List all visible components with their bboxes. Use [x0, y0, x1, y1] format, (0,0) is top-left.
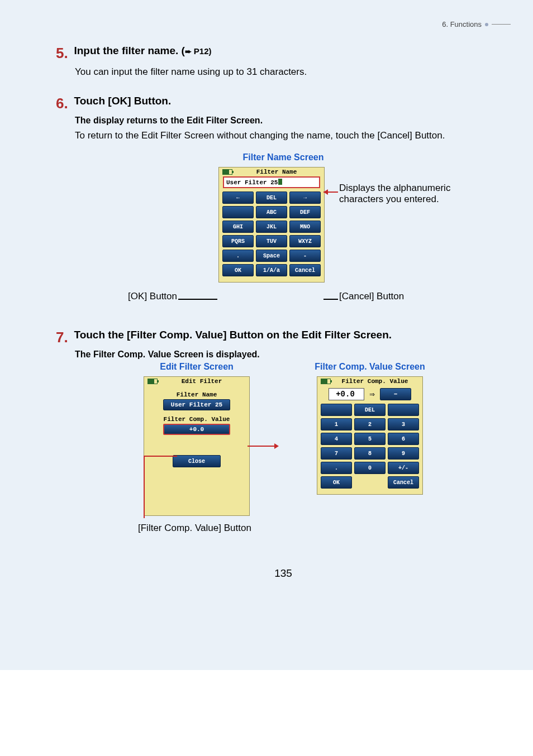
- fig1-cancel-leader-line: [323, 299, 338, 300]
- panel-title: Filter Name: [232, 169, 321, 175]
- right-arrow-icon: ➨: [185, 47, 194, 56]
- alpha-keypad: ← DEL → ABC DEF GHI JKL MNO: [222, 192, 321, 279]
- battery-icon: [147, 379, 158, 384]
- fig2a-below-annotation: [Filter Comp. Value] Button: [138, 523, 251, 534]
- key-right[interactable]: →: [289, 192, 321, 204]
- fig1-caption: Filter Name Screen: [56, 152, 511, 162]
- fig1-field-leader-line: [323, 192, 338, 193]
- header-dot-icon: [485, 23, 488, 26]
- page-header: 6. Functions: [442, 20, 511, 28]
- key-jkl[interactable]: JKL: [256, 221, 287, 233]
- panel-title: Filter Comp. Value: [331, 378, 419, 385]
- fig2-transition-arrow-icon: [248, 446, 278, 447]
- key-left[interactable]: ←: [222, 192, 254, 204]
- key-7[interactable]: 7: [321, 447, 352, 460]
- step-6-title: Touch [OK] Button.: [74, 95, 171, 107]
- key-6[interactable]: 6: [388, 433, 419, 445]
- key-dash[interactable]: -: [289, 250, 321, 262]
- fig1-ok-leader-line: [178, 299, 217, 300]
- key-blank2[interactable]: [388, 404, 419, 416]
- key-del[interactable]: DEL: [256, 192, 287, 204]
- fig1-field-annotation: Displays the alphanumeric characters you…: [339, 183, 484, 205]
- step-6-body: To return to the Edit Filter Screen with…: [75, 129, 511, 143]
- display-aux: –: [380, 388, 411, 400]
- key-mno[interactable]: MNO: [289, 221, 321, 233]
- step-7-sub: The Filter Comp. Value Screen is display…: [75, 350, 511, 360]
- key-sign[interactable]: +/-: [388, 462, 419, 474]
- header-section: 6. Functions: [442, 20, 482, 28]
- filter-comp-value-screen: Filter Comp. Value +0.0 ⇒ – DEL: [317, 376, 423, 495]
- key-5[interactable]: 5: [354, 433, 386, 445]
- header-line-icon: [492, 24, 511, 25]
- key-tuv[interactable]: TUV: [256, 235, 287, 247]
- fig1-cancel-annotation: [Cancel] Button: [339, 291, 404, 302]
- key-1[interactable]: 1: [321, 418, 352, 430]
- fig2a-leader-vertical: [144, 456, 145, 518]
- key-blank1[interactable]: [222, 206, 254, 218]
- step-5-body: You can input the filter name using up t…: [75, 65, 511, 79]
- cancel-button[interactable]: Cancel: [289, 264, 321, 276]
- fig1-ok-annotation: [OK] Button: [65, 291, 177, 302]
- key-space[interactable]: Space: [256, 250, 287, 262]
- key-dot[interactable]: .: [222, 250, 254, 262]
- battery-icon: [222, 169, 232, 175]
- key-wxyz[interactable]: WXYZ: [289, 235, 321, 247]
- key-ghi[interactable]: GHI: [222, 221, 254, 233]
- numeric-keypad: DEL 1 2 3 4 5 6: [321, 404, 419, 491]
- key-pqrs[interactable]: PQRS: [222, 235, 254, 247]
- step-6-number: 6.: [56, 95, 72, 112]
- key-dot[interactable]: .: [321, 462, 352, 474]
- key-abc[interactable]: ABC: [256, 206, 287, 218]
- step-7-number: 7.: [56, 329, 72, 346]
- key-8[interactable]: 8: [354, 447, 386, 460]
- key-del[interactable]: DEL: [354, 404, 386, 416]
- key-blank[interactable]: [321, 404, 352, 416]
- fig2a-caption: Edit Filter Screen: [160, 362, 234, 372]
- key-9[interactable]: 9: [388, 447, 419, 460]
- step-5-title: Input the filter name. (: [74, 45, 184, 56]
- fig2a-leader-horizontal: [144, 456, 177, 457]
- cancel-button[interactable]: Cancel: [388, 476, 419, 489]
- ok-button[interactable]: OK: [321, 476, 352, 489]
- numeric-display: +0.0: [329, 388, 364, 400]
- step-5-number: 5.: [56, 45, 72, 62]
- fig2b-caption: Filter Comp. Value Screen: [315, 362, 425, 372]
- key-4[interactable]: 4: [321, 433, 352, 445]
- ok-button[interactable]: OK: [222, 264, 254, 276]
- panel-titlebar: Filter Comp. Value: [317, 377, 422, 386]
- panel-titlebar: Filter Name: [219, 168, 324, 176]
- key-3[interactable]: 3: [388, 418, 419, 430]
- right-arrow-icon: ⇒: [367, 388, 378, 400]
- numeric-display-row: +0.0 ⇒ –: [329, 388, 411, 400]
- close-button[interactable]: Close: [173, 455, 221, 467]
- filter-comp-label: Filter Comp. Value: [144, 416, 249, 423]
- text-cursor-icon: [278, 179, 282, 185]
- key-mode[interactable]: 1/A/a: [256, 264, 287, 276]
- step-7-title: Touch the [Filter Comp. Value] Button on…: [74, 329, 392, 341]
- filter-comp-value-button[interactable]: +0.0: [163, 424, 230, 435]
- panel-titlebar: Edit Filter: [144, 377, 249, 386]
- filter-name-field[interactable]: User Filter 25: [223, 176, 320, 188]
- key-2[interactable]: 2: [354, 418, 386, 430]
- battery-icon: [321, 379, 331, 384]
- key-0[interactable]: 0: [354, 462, 386, 474]
- page-number: 135: [56, 567, 511, 580]
- filter-name-screen: Filter Name User Filter 25 ← DEL → ABC D…: [218, 167, 325, 283]
- key-def[interactable]: DEF: [289, 206, 321, 218]
- panel-title: Edit Filter: [158, 378, 246, 385]
- filter-name-label: Filter Name: [144, 391, 249, 398]
- step-5-ref: ➨ P12): [185, 46, 212, 56]
- edit-filter-screen: Edit Filter Filter Name User Filter 25 F…: [144, 376, 250, 516]
- filter-name-button[interactable]: User Filter 25: [163, 399, 230, 410]
- step-6-sub: The display returns to the Edit Filter S…: [75, 116, 511, 126]
